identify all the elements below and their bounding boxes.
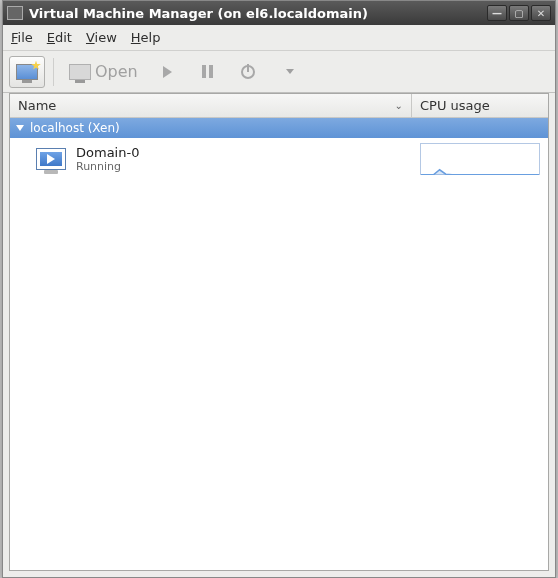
- play-icon: [163, 66, 172, 78]
- monitor-new-icon: [16, 64, 38, 80]
- app-window: Virtual Machine Manager (on el6.localdom…: [2, 0, 556, 578]
- menu-file[interactable]: File: [11, 30, 33, 45]
- menu-edit[interactable]: Edit: [47, 30, 72, 45]
- open-button[interactable]: Open: [62, 56, 145, 88]
- toolbar-separator: [53, 58, 54, 86]
- menu-help[interactable]: Help: [131, 30, 161, 45]
- power-icon: [241, 65, 255, 79]
- minimize-button[interactable]: —: [487, 5, 507, 21]
- shutdown-menu-button[interactable]: [271, 56, 305, 88]
- menu-view[interactable]: View: [86, 30, 117, 45]
- new-vm-button[interactable]: [9, 56, 45, 88]
- vm-status: Running: [76, 160, 420, 173]
- close-button[interactable]: ✕: [531, 5, 551, 21]
- run-button[interactable]: [151, 56, 185, 88]
- cpu-usage-chart: [420, 143, 540, 175]
- maximize-button[interactable]: ▢: [509, 5, 529, 21]
- column-header-name[interactable]: Name ⌄: [10, 94, 412, 117]
- open-label: Open: [95, 62, 138, 81]
- toolbar: Open: [3, 51, 555, 93]
- vm-name: Domain-0: [76, 145, 420, 160]
- column-name-label: Name: [18, 98, 56, 113]
- expand-icon: [16, 125, 24, 131]
- window-title: Virtual Machine Manager (on el6.localdom…: [29, 6, 485, 21]
- vm-row[interactable]: Domain-0 Running: [10, 138, 548, 180]
- sort-indicator-icon: ⌄: [395, 100, 403, 111]
- pause-icon: [202, 65, 213, 78]
- vm-list: Name ⌄ CPU usage localhost (Xen) Domain-…: [9, 93, 549, 571]
- titlebar[interactable]: Virtual Machine Manager (on el6.localdom…: [3, 1, 555, 25]
- chevron-down-icon: [286, 69, 294, 74]
- pause-button[interactable]: [191, 56, 225, 88]
- monitor-icon: [69, 64, 91, 80]
- column-header-cpu[interactable]: CPU usage: [412, 94, 548, 117]
- host-label: localhost (Xen): [30, 121, 120, 135]
- column-cpu-label: CPU usage: [420, 98, 490, 113]
- table-header: Name ⌄ CPU usage: [10, 94, 548, 118]
- host-row[interactable]: localhost (Xen): [10, 118, 548, 138]
- app-icon: [7, 6, 23, 20]
- menubar: File Edit View Help: [3, 25, 555, 51]
- vm-text: Domain-0 Running: [76, 145, 420, 173]
- shutdown-button[interactable]: [231, 56, 265, 88]
- vm-running-icon: [36, 148, 66, 170]
